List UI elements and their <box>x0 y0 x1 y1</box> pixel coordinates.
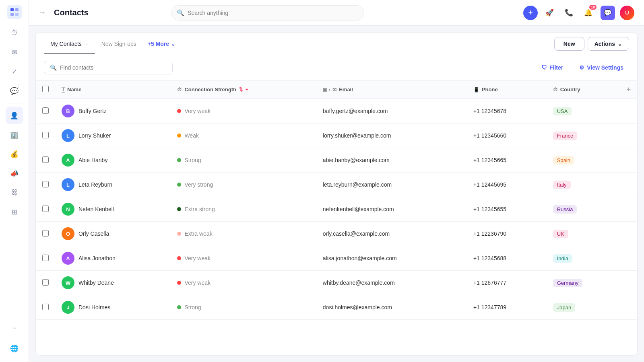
sidebar-item-grid[interactable]: ⊞ <box>6 203 23 221</box>
row-checkbox-cell <box>36 271 55 295</box>
contact-avatar: J <box>62 301 74 314</box>
email-text: orly.casella@example.com <box>323 230 390 237</box>
contact-name-text: Abie Hanby <box>78 157 107 163</box>
row-action-cell <box>620 197 637 222</box>
sidebar-item-contacts[interactable]: 👤 <box>6 107 23 124</box>
row-checkbox[interactable] <box>42 304 49 310</box>
tab-dots[interactable]: ··· <box>84 41 89 47</box>
topnav-actions: + 🚀 📞 🔔 10 💬 U <box>523 6 634 20</box>
row-country-cell: Germany <box>547 271 620 295</box>
header-country[interactable]: ⏱ Country <box>547 80 620 99</box>
contact-avatar: O <box>62 227 74 240</box>
sidebar-item-chat[interactable]: 💬 ⋮ <box>6 82 23 100</box>
row-checkbox[interactable] <box>42 156 49 163</box>
new-button[interactable]: New <box>554 37 584 51</box>
page-title: Contacts <box>54 8 89 17</box>
row-checkbox[interactable] <box>42 206 49 212</box>
row-phone-cell: +1 12236790 <box>467 222 547 246</box>
sidebar-item-mail[interactable]: ✉ <box>6 43 23 61</box>
country-badge: India <box>553 254 572 263</box>
user-avatar[interactable]: U <box>620 6 634 20</box>
row-checkbox-cell <box>36 148 55 173</box>
header-checkbox-col <box>36 80 55 99</box>
row-name-cell: N Nefen Kenbell <box>55 197 171 222</box>
phone-col-icon: 📱 <box>473 87 479 93</box>
dots-icon: ··· <box>13 325 16 331</box>
logo[interactable] <box>7 5 22 19</box>
chevron-down-icon: ⌄ <box>617 41 622 47</box>
row-checkbox-cell <box>36 197 55 222</box>
email-text: abie.hanby@example.com <box>323 157 390 163</box>
row-checkbox[interactable] <box>42 181 49 187</box>
header-connection-strength[interactable]: ⏱ Connection Strength ⇅ + <box>171 80 316 99</box>
strength-label: Strong <box>184 304 201 311</box>
header-add-col[interactable]: + <box>620 80 637 99</box>
header-email[interactable]: ▣ › ✉ Email <box>316 80 467 99</box>
phone-button[interactable]: 📞 <box>562 6 576 20</box>
contact-avatar: A <box>62 154 74 167</box>
tab-my-contacts[interactable]: My Contacts ··· <box>44 33 95 54</box>
clock-icon: ⏱ <box>11 29 18 37</box>
table-row: L Lorry Shuker Weak lorry.shuker@example… <box>36 123 637 148</box>
table-row: J Dosi Holmes Strong dosi.holmes@example… <box>36 295 637 320</box>
dollar-icon: 💰 <box>10 150 19 158</box>
search-input[interactable] <box>171 5 364 21</box>
actions-button[interactable]: Actions ⌄ <box>588 37 629 51</box>
strength-label: Very strong <box>184 181 213 188</box>
grid-icon: ⊞ <box>12 208 17 216</box>
country-badge: Russia <box>553 205 577 214</box>
sidebar-item-globe[interactable]: 🌐 <box>6 339 23 357</box>
row-checkbox[interactable] <box>42 230 49 237</box>
mail-icon: ✉ <box>12 48 17 57</box>
sidebar-item-deals[interactable]: 💰 <box>6 145 23 163</box>
select-all-checkbox[interactable] <box>42 86 49 92</box>
email-text: alisa.jonathon@example.com <box>323 255 397 261</box>
person-icon: 👤 <box>10 111 19 120</box>
row-email-cell: nefenkenbell@example.com <box>316 197 467 222</box>
row-email-cell: leta.reyburn@example.com <box>316 173 467 197</box>
header-phone[interactable]: 📱 Phone <box>467 80 547 99</box>
view-settings-button[interactable]: ⚙ View Settings <box>574 61 629 74</box>
email-text: nefenkenbell@example.com <box>323 206 394 212</box>
row-checkbox[interactable] <box>42 255 49 261</box>
row-country-cell: India <box>547 246 620 271</box>
header-name[interactable]: T̲ Name <box>55 80 171 99</box>
search-icon: 🔍 <box>177 9 184 16</box>
message-button[interactable]: 💬 <box>601 6 615 20</box>
row-action-cell <box>620 295 637 320</box>
sidebar-item-campaigns[interactable]: 📣 <box>6 165 23 182</box>
tabs-more-button[interactable]: +5 More ⌄ <box>143 37 180 51</box>
email-text: dosi.holmes@example.com <box>323 304 392 311</box>
sidebar-item-network[interactable]: ⛓ <box>6 184 23 202</box>
row-checkbox-cell <box>36 222 55 246</box>
add-button[interactable]: + <box>523 6 538 20</box>
sidebar-item-tasks[interactable]: ✓ <box>6 63 23 80</box>
row-name-cell: L Lorry Shuker <box>55 123 171 148</box>
phone-text: +1 12445695 <box>473 181 506 188</box>
row-checkbox[interactable] <box>42 132 49 138</box>
row-action-cell <box>620 173 637 197</box>
rocket-button[interactable]: 🚀 <box>543 6 557 20</box>
row-checkbox[interactable] <box>42 279 49 286</box>
strength-dot <box>177 109 181 113</box>
row-checkbox[interactable] <box>42 107 49 114</box>
sidebar-item-dashboard[interactable]: ⏱ <box>6 24 23 42</box>
row-email-cell: dosi.holmes@example.com <box>316 295 467 320</box>
back-button[interactable]: → <box>39 8 46 17</box>
find-contacts-input[interactable] <box>60 64 167 71</box>
notifications-button[interactable]: 🔔 10 <box>581 6 596 20</box>
sidebar-item-companies[interactable]: 🏢 <box>6 126 23 144</box>
plus-icon: + <box>528 8 533 17</box>
filter-button[interactable]: ⛉ Filter <box>536 61 569 74</box>
sidebar-item-more-bottom[interactable]: ··· <box>6 319 23 336</box>
country-badge: France <box>553 132 577 140</box>
row-email-cell: buffy.gertz@example.com <box>316 99 467 123</box>
row-checkbox-cell <box>36 173 55 197</box>
row-country-cell: UK <box>547 222 620 246</box>
row-strength-cell: Very weak <box>171 271 316 295</box>
tab-new-signups[interactable]: New Sign-ups <box>95 33 143 54</box>
phone-text: +1 12676777 <box>473 280 506 286</box>
toolbar: 🔍 ⛉ Filter ⚙ View Settings <box>36 55 637 80</box>
row-email-cell: orly.casella@example.com <box>316 222 467 246</box>
table-header-row: T̲ Name ⏱ Connection Strength ⇅ + <box>36 80 637 99</box>
